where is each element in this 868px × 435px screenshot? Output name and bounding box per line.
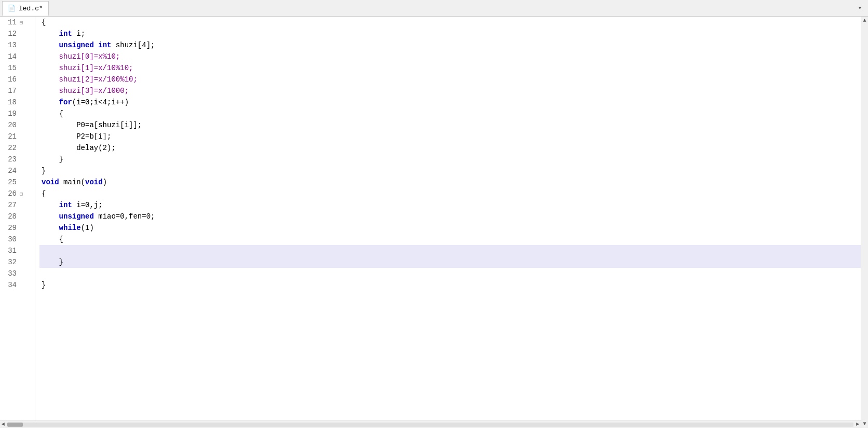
line-number-row: 19: [0, 108, 35, 119]
line-number: 12: [2, 30, 17, 38]
line-number-row: 26⊟: [0, 188, 35, 199]
line-number: 17: [2, 87, 17, 95]
line-number: 21: [2, 132, 17, 141]
line-number-row: 11⊟: [0, 17, 35, 28]
code-segment: (1): [81, 224, 94, 232]
code-line[interactable]: }: [39, 165, 861, 176]
code-segment: while: [59, 224, 81, 232]
line-number: 28: [2, 212, 17, 221]
code-line[interactable]: P2=b[i];: [39, 131, 861, 142]
code-segment: delay(2);: [42, 144, 116, 152]
line-number: 31: [2, 247, 17, 255]
code-segment: main(: [59, 178, 85, 186]
scroll-left-arrow[interactable]: ◄: [0, 422, 6, 427]
editor-main: 11⊟121314151617181920212223242526⊟272829…: [0, 17, 868, 428]
code-segment: shuzi[4];: [111, 41, 155, 49]
code-line[interactable]: int i=0,j;: [39, 199, 861, 211]
code-line[interactable]: shuzi[1]=x/10%10;: [39, 62, 861, 74]
code-line[interactable]: ​: [39, 268, 861, 279]
line-number-row: 14: [0, 51, 35, 62]
code-line[interactable]: shuzi[3]=x/1000;: [39, 85, 861, 97]
code-segment: {: [42, 110, 63, 118]
line-number: 13: [2, 41, 17, 49]
code-segment: [42, 30, 59, 38]
line-number: 30: [2, 235, 17, 243]
line-number-row: 12: [0, 28, 35, 39]
line-number-row: 32: [0, 256, 35, 268]
line-number-row: 34: [0, 279, 35, 291]
line-number-row: 23: [0, 154, 35, 165]
code-line[interactable]: P0=a[shuzi[i]];: [39, 119, 861, 131]
line-number: 26: [2, 189, 17, 198]
line-number-row: 18: [0, 97, 35, 108]
code-segment: unsigned: [59, 212, 94, 221]
code-segment: }: [42, 281, 46, 289]
line-number-row: 33: [0, 268, 35, 279]
code-segment: int: [59, 201, 72, 209]
line-number: 23: [2, 155, 17, 164]
code-area[interactable]: { int i; unsigned int shuzi[4]; shuzi[0]…: [35, 17, 861, 428]
line-numbers: 11⊟121314151617181920212223242526⊟272829…: [0, 17, 35, 428]
line-number: 33: [2, 269, 17, 278]
code-segment: int: [59, 30, 72, 38]
code-segment: void: [42, 178, 59, 186]
code-line[interactable]: delay(2);: [39, 142, 861, 154]
line-number-row: 21: [0, 131, 35, 142]
code-line[interactable]: }: [39, 256, 861, 268]
code-line[interactable]: {: [39, 108, 861, 119]
scroll-up-arrow[interactable]: ▲: [863, 17, 866, 24]
code-line[interactable]: unsigned miao=0,fen=0;: [39, 211, 861, 222]
code-line[interactable]: unsigned int shuzi[4];: [39, 39, 861, 51]
code-segment: miao=0,fen=0;: [94, 212, 155, 221]
tab-label: led.c*: [19, 5, 43, 12]
code-line[interactable]: }: [39, 154, 861, 165]
code-line[interactable]: }: [39, 279, 861, 291]
line-number: 29: [2, 224, 17, 232]
code-line[interactable]: ​: [39, 245, 861, 256]
code-line[interactable]: while(1): [39, 222, 861, 234]
line-number-row: 31: [0, 245, 35, 256]
file-icon: 📄: [8, 5, 16, 12]
line-number: 11: [2, 18, 17, 26]
code-segment: [42, 224, 59, 232]
code-segment: int: [98, 41, 111, 49]
line-number: 32: [2, 258, 17, 266]
line-number: 25: [2, 178, 17, 186]
scroll-down-arrow[interactable]: ▼: [863, 420, 866, 428]
code-line[interactable]: {: [39, 188, 861, 199]
code-segment: [42, 201, 59, 209]
scroll-thumb-h: [7, 423, 23, 427]
line-number-row: 27: [0, 199, 35, 211]
tab-bar: 📄 led.c* ▾: [0, 0, 868, 17]
line-number-row: 22: [0, 142, 35, 154]
file-tab[interactable]: 📄 led.c*: [2, 1, 49, 16]
code-segment: {: [42, 235, 63, 243]
scrollbar-bottom[interactable]: ◄ ►: [0, 420, 861, 428]
line-number: 22: [2, 144, 17, 152]
scroll-track-h: [7, 423, 853, 427]
code-line[interactable]: for(i=0;i<4;i++): [39, 97, 861, 108]
code-line[interactable]: {: [39, 17, 861, 28]
fold-icon[interactable]: ⊟: [18, 19, 25, 26]
line-number: 15: [2, 64, 17, 72]
line-number: 20: [2, 121, 17, 129]
code-line[interactable]: shuzi[0]=x%10;: [39, 51, 861, 62]
code-segment: shuzi[3]=x/1000;: [42, 87, 129, 95]
code-line[interactable]: {: [39, 234, 861, 245]
line-number-row: 24: [0, 165, 35, 176]
line-number: 18: [2, 98, 17, 106]
code-segment: i;: [72, 30, 85, 38]
code-segment: [42, 98, 59, 106]
line-number-row: 20: [0, 119, 35, 131]
fold-icon[interactable]: ⊟: [18, 191, 25, 197]
code-segment: }: [42, 155, 63, 164]
code-line[interactable]: shuzi[2]=x/100%10;: [39, 74, 861, 85]
code-segment: }: [42, 258, 63, 266]
tab-dropdown-button[interactable]: ▾: [854, 3, 866, 13]
code-segment: ): [103, 178, 107, 186]
scroll-right-arrow[interactable]: ►: [855, 422, 861, 427]
code-line[interactable]: int i;: [39, 28, 861, 39]
code-line[interactable]: void main(void): [39, 176, 861, 188]
line-number-row: 13: [0, 39, 35, 51]
scrollbar-right[interactable]: ▲ ▼: [861, 17, 868, 428]
